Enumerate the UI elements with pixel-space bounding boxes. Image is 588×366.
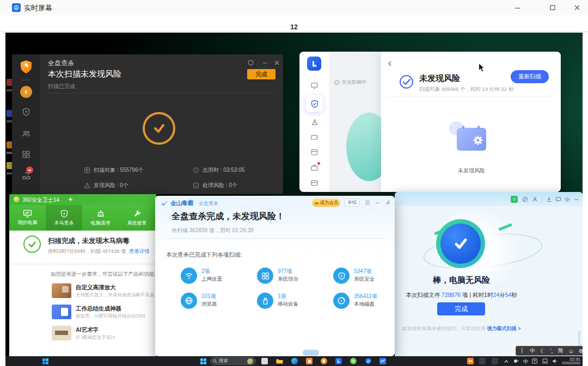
family-icon[interactable] xyxy=(21,128,32,139)
feedback-icon[interactable] xyxy=(555,196,562,203)
tray-badge xyxy=(471,357,474,359)
sec360-summary-row: 用时2时7分50秒，扫描 457430 项 查看详情 xyxy=(48,248,150,255)
result-badge xyxy=(436,219,485,268)
empty-state-caption: 未发现风险 xyxy=(428,167,515,175)
start-button[interactable] xyxy=(200,358,206,364)
tray-clock[interactable]: 22:31 xyxy=(564,357,580,362)
strong-mode-link[interactable]: 强力模式扫描 > xyxy=(487,326,520,331)
search-input[interactable]: 搜索 xyxy=(210,357,256,365)
toolbox-icon[interactable] xyxy=(21,149,32,160)
done-button[interactable]: 完成 xyxy=(247,69,275,79)
taskbar-lenovo-icon[interactable] xyxy=(335,358,342,364)
taskbar-edge-icon[interactable] xyxy=(291,358,298,364)
close-button[interactable] xyxy=(569,2,585,13)
promo-title[interactable]: AI艺术字 xyxy=(76,326,99,334)
minimize-button[interactable] xyxy=(509,2,525,13)
windows-logo-icon[interactable] xyxy=(42,358,48,364)
driver-icon[interactable] xyxy=(310,133,319,142)
tab-pc-cleanup[interactable]: 电脑清理 xyxy=(82,205,119,231)
back-icon[interactable] xyxy=(385,59,394,68)
profile-icon[interactable] xyxy=(531,196,538,203)
kingsoft-window: 金山毒霸 全盘查杀 成为会员 举报 全盘查杀完成，未发现风险！ 共扫描 3628… xyxy=(155,196,395,356)
ime-punct-key[interactable]: ’, xyxy=(550,348,553,354)
security-tab-active[interactable] xyxy=(306,95,323,112)
report-button[interactable]: 举报 xyxy=(345,198,359,207)
taskbar-folder-icon[interactable] xyxy=(276,358,283,364)
tab-trojan-scan[interactable]: 木马查杀 xyxy=(46,205,82,231)
ime-simplified-key[interactable]: 简 xyxy=(558,347,564,355)
notification-badge xyxy=(26,166,33,173)
taskbar-explorer-icon[interactable] xyxy=(261,358,268,364)
wifi-icon xyxy=(181,268,197,284)
promo-thumb[interactable] xyxy=(52,326,71,340)
lenovo-scan-panel: 未发现风险 扫描对象 455065 个，耗时 13 分钟 22 秒 重新扫描 未… xyxy=(381,52,561,192)
taskbar-store-icon[interactable] xyxy=(306,358,313,364)
support-icon[interactable] xyxy=(246,59,255,66)
tray-laptop-icon[interactable] xyxy=(541,358,548,364)
stat-scanned: 扫描对象 : 555796个 xyxy=(84,166,144,174)
tencent-footer: 如发现有病毒未被扫描到，可尝试使用 强力模式扫描 > xyxy=(395,325,528,332)
menu-icon[interactable] xyxy=(363,198,371,207)
stat-found: 发现风险 : 0个 xyxy=(84,182,128,189)
taskbar-360-icon[interactable] xyxy=(350,358,357,364)
stack-icon[interactable] xyxy=(310,148,319,157)
minimize-icon[interactable] xyxy=(260,59,269,66)
stat-handled: 处理风险 : 0个 xyxy=(193,182,237,189)
cleaner-icon[interactable] xyxy=(310,117,319,127)
archive-icon[interactable] xyxy=(310,178,319,188)
device-icon[interactable] xyxy=(310,81,319,90)
lenovo-logo-icon xyxy=(307,57,321,71)
rescan-button[interactable]: 重新扫描 xyxy=(511,70,549,83)
huorong-window: 全盘查杀 本次扫描未发现风险 完成 扫描已完成 扫描对象 : 555796个 xyxy=(12,54,283,194)
scan-item-label: 系统综合 xyxy=(278,276,298,283)
promo-thumb[interactable] xyxy=(52,305,71,319)
tab-system-repair[interactable]: 系统修复 xyxy=(119,205,155,231)
sec360-window-title: 360安全卫士14 xyxy=(22,196,59,204)
ime-emoji-icon[interactable]: ☺ xyxy=(568,348,574,354)
protection-icon[interactable] xyxy=(21,107,32,117)
success-check-icon xyxy=(143,112,175,145)
settings-icon[interactable] xyxy=(564,196,571,203)
close-icon[interactable] xyxy=(272,59,281,66)
taskbar-huorong-icon[interactable] xyxy=(321,358,327,364)
mood-icon[interactable] xyxy=(511,196,518,203)
promo-title[interactable]: 自定义高清放大 xyxy=(76,284,116,291)
scan-icon[interactable] xyxy=(20,86,32,98)
minimize-icon[interactable] xyxy=(373,198,382,207)
scan-item-label: 移动设备 xyxy=(278,301,298,308)
tray-pinyin-icon[interactable] xyxy=(531,358,538,364)
promo-thumb[interactable] xyxy=(52,283,71,298)
promo-title[interactable]: 工作总结生成神器 xyxy=(76,305,121,313)
ime-settings-icon[interactable]: ⚙ xyxy=(579,348,583,354)
vip-button[interactable]: 成为会员 xyxy=(312,198,340,207)
taskbar-remote-icon[interactable] xyxy=(379,358,386,364)
done-button[interactable]: 完成 xyxy=(437,302,485,315)
ime-moon-icon[interactable]: ☾ xyxy=(540,348,545,354)
details-link[interactable]: 查看详情 xyxy=(129,248,150,255)
tray-volume-icon[interactable] xyxy=(552,358,558,364)
taskbar-shield-icon[interactable] xyxy=(365,358,371,364)
tray-app-icon[interactable] xyxy=(492,358,498,364)
tray-language-indicator[interactable]: 中 xyxy=(523,358,528,365)
ime-lang-key[interactable]: 中 xyxy=(530,347,535,355)
disk-scan-icon xyxy=(333,293,350,309)
tray-ime-icon[interactable] xyxy=(513,358,519,364)
search-icon xyxy=(213,359,217,363)
tab-my-computer[interactable]: 我的电脑 xyxy=(9,205,46,231)
footer-pill[interactable] xyxy=(303,350,319,356)
tencent-window: 棒，电脑无风险 本次扫描文件 728876 项 | 耗时1时24分54秒 完成 … xyxy=(395,192,583,356)
restore-icon[interactable] xyxy=(383,198,391,207)
plus-star-icon xyxy=(68,197,73,202)
download-icon[interactable] xyxy=(546,196,553,203)
maximize-button[interactable] xyxy=(544,2,561,13)
tray-expand-icon[interactable] xyxy=(503,358,510,364)
skin-icon[interactable] xyxy=(522,196,529,203)
divider xyxy=(542,197,542,202)
tray-app-icon[interactable] xyxy=(479,358,486,364)
huorong-window-title: 全盘查杀 xyxy=(48,59,74,68)
ime-cursor-key[interactable]: 丨 xyxy=(519,347,525,355)
shield-icon xyxy=(333,268,350,284)
remote-screen[interactable]: 全盘查杀 本次扫描未发现风险 完成 扫描已完成 扫描对象 : 555796个 xyxy=(5,33,583,366)
minimize-icon[interactable] xyxy=(573,196,580,203)
notification-dot xyxy=(317,162,320,165)
